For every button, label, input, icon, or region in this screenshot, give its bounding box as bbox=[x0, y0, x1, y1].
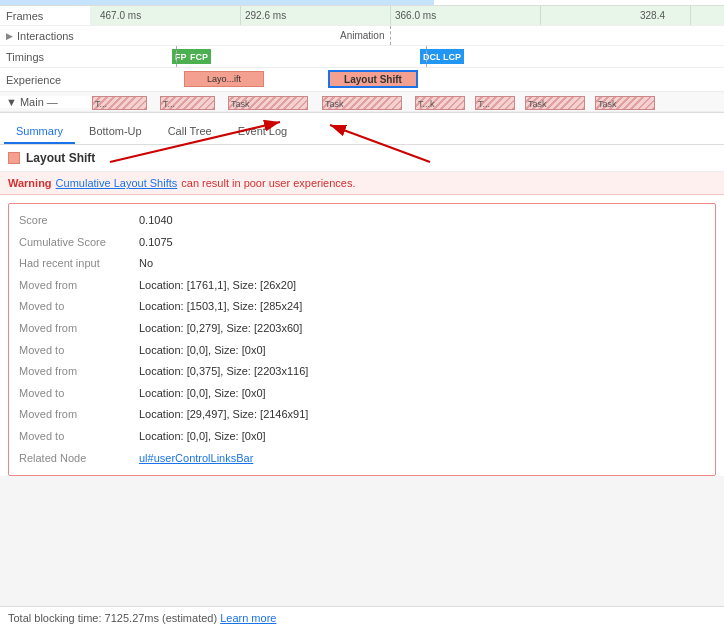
dcl-line bbox=[426, 46, 427, 67]
lcp-badge: LCP bbox=[440, 49, 464, 64]
frame-time-4: 328.4 bbox=[640, 6, 665, 25]
detail-row-7: Moved toLocation: [0,0], Size: [0x0] bbox=[19, 426, 705, 448]
detail-row-1: Moved toLocation: [1503,1], Size: [285x2… bbox=[19, 296, 705, 318]
animation-label: Animation bbox=[340, 30, 384, 41]
grid-line-4 bbox=[690, 6, 691, 25]
details-box: Score 0.1040 Cumulative Score 0.1075 Had… bbox=[8, 203, 716, 476]
detail-row-8: Related Nodeul#userControlLinksBar bbox=[19, 448, 705, 470]
score-value: 0.1040 bbox=[139, 212, 173, 230]
detail-row-value-0: Location: [1761,1], Size: [26x20] bbox=[139, 277, 296, 295]
detail-row-value-6: Location: [29,497], Size: [2146x91] bbox=[139, 406, 308, 424]
detail-rows-container: Moved fromLocation: [1761,1], Size: [26x… bbox=[19, 275, 705, 469]
tabs-bar: Summary Bottom-Up Call Tree Event Log bbox=[0, 113, 724, 145]
detail-row-5: Moved toLocation: [0,0], Size: [0x0] bbox=[19, 383, 705, 405]
task-bar-1: T... bbox=[92, 96, 147, 110]
cumulative-score-row: Cumulative Score 0.1075 bbox=[19, 232, 705, 254]
detail-row-label-3: Moved to bbox=[19, 342, 139, 360]
frame-time-1: 467.0 ms bbox=[100, 6, 141, 25]
grid-line-3 bbox=[540, 6, 541, 25]
detail-row-6: Moved fromLocation: [29,497], Size: [214… bbox=[19, 404, 705, 426]
cumulative-score-value: 0.1075 bbox=[139, 234, 173, 252]
layout-shift-color-box bbox=[8, 152, 20, 164]
fp-line bbox=[176, 46, 177, 67]
detail-row-label-2: Moved from bbox=[19, 320, 139, 338]
detail-row-label-0: Moved from bbox=[19, 277, 139, 295]
detail-row-value-7: Location: [0,0], Size: [0x0] bbox=[139, 428, 266, 446]
task-bar-3: Task bbox=[228, 96, 308, 110]
detail-row-value-2: Location: [0,279], Size: [2203x60] bbox=[139, 320, 302, 338]
frames-content: 467.0 ms 292.6 ms 366.0 ms 328.4 bbox=[90, 6, 724, 25]
interactions-label: ▶ Interactions bbox=[0, 30, 90, 42]
grid-line-2 bbox=[390, 6, 391, 25]
detail-row-4: Moved fromLocation: [0,375], Size: [2203… bbox=[19, 361, 705, 383]
detail-row-value-1: Location: [1503,1], Size: [285x24] bbox=[139, 298, 302, 316]
experience-label: Experience bbox=[0, 74, 90, 86]
fcp-badge: FCP bbox=[187, 49, 211, 64]
detail-row-label-1: Moved to bbox=[19, 298, 139, 316]
detail-row-value-4: Location: [0,375], Size: [2203x116] bbox=[139, 363, 308, 381]
section-title: Layout Shift bbox=[0, 145, 724, 172]
tab-bottom-up[interactable]: Bottom-Up bbox=[77, 120, 154, 144]
cumulative-score-label: Cumulative Score bbox=[19, 234, 139, 252]
section-title-text: Layout Shift bbox=[26, 151, 95, 165]
experience-content: Layo...ift Layout Shift bbox=[90, 68, 724, 91]
timings-content: FP FCP DCL LCP bbox=[90, 46, 724, 67]
detail-row-0: Moved fromLocation: [1761,1], Size: [26x… bbox=[19, 275, 705, 297]
frames-label: Frames bbox=[0, 10, 90, 22]
warning-link[interactable]: Cumulative Layout Shifts bbox=[56, 177, 178, 189]
exp-bar-1[interactable]: Layo...ift bbox=[184, 71, 264, 87]
detail-row-link-8[interactable]: ul#userControlLinksBar bbox=[139, 452, 253, 464]
frame-time-3: 366.0 ms bbox=[395, 6, 436, 25]
main-content: T... T... Task Task T...k T... Task Task bbox=[90, 92, 724, 111]
recent-input-value: No bbox=[139, 255, 153, 273]
detail-row-label-7: Moved to bbox=[19, 428, 139, 446]
warning-label: Warning bbox=[8, 177, 52, 189]
frame-time-2: 292.6 ms bbox=[245, 6, 286, 25]
detail-row-2: Moved fromLocation: [0,279], Size: [2203… bbox=[19, 318, 705, 340]
detail-row-label-4: Moved from bbox=[19, 363, 139, 381]
task-bar-7: Task bbox=[525, 96, 585, 110]
task-bar-6: T... bbox=[475, 96, 515, 110]
content-area: Layout Shift Warning Cumulative Layout S… bbox=[0, 145, 724, 476]
detail-row-value-3: Location: [0,0], Size: [0x0] bbox=[139, 342, 266, 360]
warning-message: can result in poor user experiences. bbox=[181, 177, 355, 189]
task-bar-4: Task bbox=[322, 96, 402, 110]
dashed-line-1 bbox=[390, 26, 391, 45]
detail-row-value-8[interactable]: ul#userControlLinksBar bbox=[139, 450, 253, 468]
timings-label: Timings bbox=[0, 51, 90, 63]
tab-summary[interactable]: Summary bbox=[4, 120, 75, 144]
timeline-area: Frames 467.0 ms 292.6 ms 366.0 ms 328.4 … bbox=[0, 0, 724, 113]
score-label: Score bbox=[19, 212, 139, 230]
recent-input-row: Had recent input No bbox=[19, 253, 705, 275]
detail-row-3: Moved toLocation: [0,0], Size: [0x0] bbox=[19, 340, 705, 362]
experience-row: Experience Layo...ift Layout Shift bbox=[0, 68, 724, 92]
tab-call-tree[interactable]: Call Tree bbox=[156, 120, 224, 144]
detail-row-label-6: Moved from bbox=[19, 406, 139, 424]
score-row: Score 0.1040 bbox=[19, 210, 705, 232]
interactions-row: ▶ Interactions Animation bbox=[0, 26, 724, 46]
exp-bar-selected[interactable]: Layout Shift bbox=[328, 70, 418, 88]
grid-line-1 bbox=[240, 6, 241, 25]
timings-row: Timings FP FCP DCL LCP bbox=[0, 46, 724, 68]
tab-event-log[interactable]: Event Log bbox=[226, 120, 300, 144]
task-bar-2: T... bbox=[160, 96, 215, 110]
recent-input-label: Had recent input bbox=[19, 255, 139, 273]
warning-bar: Warning Cumulative Layout Shifts can res… bbox=[0, 172, 724, 195]
main-label: ▼ Main — bbox=[0, 96, 90, 108]
detail-row-value-5: Location: [0,0], Size: [0x0] bbox=[139, 385, 266, 403]
detail-row-label-8: Related Node bbox=[19, 450, 139, 468]
detail-row-label-5: Moved to bbox=[19, 385, 139, 403]
task-bar-5: T...k bbox=[415, 96, 465, 110]
task-bar-8: Task bbox=[595, 96, 655, 110]
frames-row: Frames 467.0 ms 292.6 ms 366.0 ms 328.4 bbox=[0, 6, 724, 26]
interactions-content: Animation bbox=[90, 26, 724, 45]
main-row: ▼ Main — T... T... Task Task T...k T... … bbox=[0, 92, 724, 112]
